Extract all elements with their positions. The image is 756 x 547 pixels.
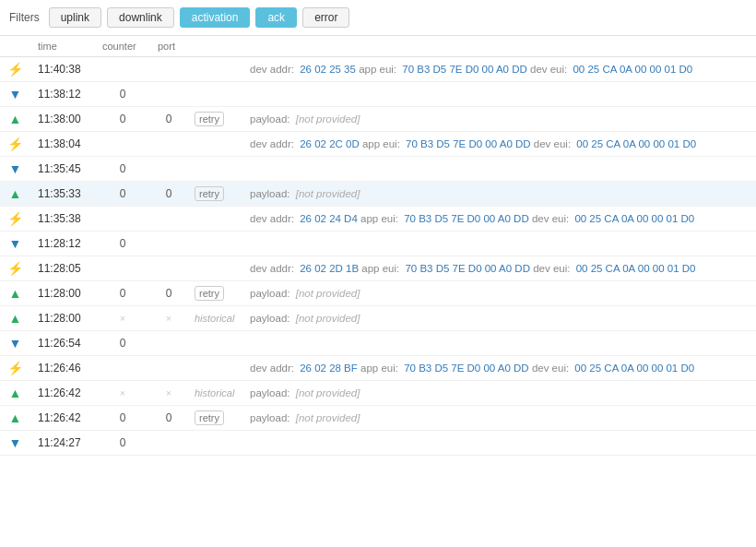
tag-cell: retry — [187, 281, 242, 306]
port-cell — [150, 207, 187, 232]
down-icon: ▼ — [0, 331, 30, 356]
data-table: time counter port ⚡11:40:38dev addr: 26 … — [0, 36, 756, 456]
bolt-icon: ⚡ — [0, 256, 30, 281]
down-icon: ▼ — [0, 431, 30, 456]
up-icon: ▲ — [0, 381, 30, 406]
port-cell — [150, 356, 187, 381]
table-row[interactable]: ▲11:26:4200retrypayload: [not provided] — [0, 406, 756, 431]
port-cell — [150, 431, 187, 456]
detail-cell — [242, 232, 756, 256]
detail-cell — [242, 82, 756, 107]
port-cell: 0 — [150, 281, 187, 306]
tag-cell — [187, 356, 242, 381]
tag-cell: retry — [187, 107, 242, 132]
tag-cell — [187, 57, 242, 82]
port-cell — [150, 82, 187, 107]
filter-ack[interactable]: ack — [255, 7, 297, 28]
table-row[interactable]: ▼11:26:540 — [0, 331, 756, 356]
col-detail — [242, 36, 756, 57]
filter-downlink[interactable]: downlink — [107, 7, 174, 28]
counter-cell: × — [95, 381, 150, 406]
time-cell: 11:38:12 — [30, 82, 95, 107]
table-body: ⚡11:40:38dev addr: 26 02 25 35 app eui: … — [0, 57, 756, 456]
time-cell: 11:40:38 — [30, 57, 95, 82]
detail-cell: dev addr: 26 02 28 BF app eui: 70 B3 D5 … — [242, 356, 756, 381]
filter-uplink[interactable]: uplink — [49, 7, 101, 28]
tag-cell — [187, 256, 242, 281]
time-cell: 11:26:46 — [30, 356, 95, 381]
counter-cell — [95, 57, 150, 82]
table-row[interactable]: ⚡11:35:38dev addr: 26 02 24 D4 app eui: … — [0, 207, 756, 232]
port-cell — [150, 232, 187, 256]
table-row[interactable]: ▲11:26:42××historicalpayload: [not provi… — [0, 381, 756, 406]
port-cell — [150, 331, 187, 356]
detail-cell — [242, 431, 756, 456]
counter-cell: 0 — [95, 107, 150, 132]
table-header: time counter port — [0, 36, 756, 57]
time-cell: 11:26:54 — [30, 331, 95, 356]
time-cell: 11:28:00 — [30, 281, 95, 306]
port-cell — [150, 256, 187, 281]
filter-bar: Filters uplink downlink activation ack e… — [0, 0, 756, 36]
table-container[interactable]: time counter port ⚡11:40:38dev addr: 26 … — [0, 36, 756, 540]
port-cell: 0 — [150, 107, 187, 132]
counter-cell: 0 — [95, 431, 150, 456]
up-icon: ▲ — [0, 406, 30, 431]
up-icon: ▲ — [0, 281, 30, 306]
port-cell — [150, 157, 187, 182]
bolt-icon: ⚡ — [0, 356, 30, 381]
counter-cell — [95, 132, 150, 157]
port-cell: × — [150, 306, 187, 331]
time-cell: 11:38:04 — [30, 132, 95, 157]
counter-cell: × — [95, 306, 150, 331]
detail-cell — [242, 331, 756, 356]
counter-cell — [95, 207, 150, 232]
table-row[interactable]: ▲11:35:3300retrypayload: [not provided] — [0, 182, 756, 207]
filters-label: Filters — [9, 11, 40, 24]
time-cell: 11:35:33 — [30, 182, 95, 207]
detail-cell — [242, 157, 756, 182]
table-row[interactable]: ▼11:38:120 — [0, 82, 756, 107]
detail-cell: payload: [not provided] — [242, 182, 756, 207]
table-row[interactable]: ▼11:28:120 — [0, 232, 756, 256]
tag-cell — [187, 132, 242, 157]
up-icon: ▲ — [0, 306, 30, 331]
table-row[interactable]: ▼11:35:450 — [0, 157, 756, 182]
bolt-icon: ⚡ — [0, 57, 30, 82]
detail-cell: dev addr: 26 02 2C 0D app eui: 70 B3 D5 … — [242, 132, 756, 157]
port-cell — [150, 57, 187, 82]
time-cell: 11:26:42 — [30, 406, 95, 431]
counter-cell: 0 — [95, 281, 150, 306]
detail-cell: payload: [not provided] — [242, 406, 756, 431]
tag-cell — [187, 431, 242, 456]
port-cell: 0 — [150, 182, 187, 207]
bolt-icon: ⚡ — [0, 132, 30, 157]
counter-cell: 0 — [95, 182, 150, 207]
filter-activation[interactable]: activation — [180, 7, 251, 28]
table-row[interactable]: ⚡11:28:05dev addr: 26 02 2D 1B app eui: … — [0, 256, 756, 281]
counter-cell: 0 — [95, 406, 150, 431]
tag-cell: retry — [187, 406, 242, 431]
port-cell — [150, 132, 187, 157]
tag-cell — [187, 232, 242, 256]
col-time: time — [30, 36, 95, 57]
tag-cell — [187, 331, 242, 356]
port-cell: × — [150, 381, 187, 406]
detail-cell: payload: [not provided] — [242, 381, 756, 406]
table-row[interactable]: ▼11:24:270 — [0, 431, 756, 456]
detail-cell: dev addr: 26 02 24 D4 app eui: 70 B3 D5 … — [242, 207, 756, 232]
time-cell: 11:38:00 — [30, 107, 95, 132]
table-row[interactable]: ⚡11:38:04dev addr: 26 02 2C 0D app eui: … — [0, 132, 756, 157]
table-row[interactable]: ⚡11:26:46dev addr: 26 02 28 BF app eui: … — [0, 356, 756, 381]
counter-cell: 0 — [95, 331, 150, 356]
counter-cell — [95, 256, 150, 281]
table-row[interactable]: ▲11:28:00××historicalpayload: [not provi… — [0, 306, 756, 331]
table-row[interactable]: ⚡11:40:38dev addr: 26 02 25 35 app eui: … — [0, 57, 756, 82]
table-row[interactable]: ▲11:38:0000retrypayload: [not provided] — [0, 107, 756, 132]
down-icon: ▼ — [0, 82, 30, 107]
bolt-icon: ⚡ — [0, 207, 30, 232]
col-icon — [0, 36, 30, 57]
down-icon: ▼ — [0, 157, 30, 182]
filter-error[interactable]: error — [302, 7, 349, 28]
table-row[interactable]: ▲11:28:0000retrypayload: [not provided] — [0, 281, 756, 306]
